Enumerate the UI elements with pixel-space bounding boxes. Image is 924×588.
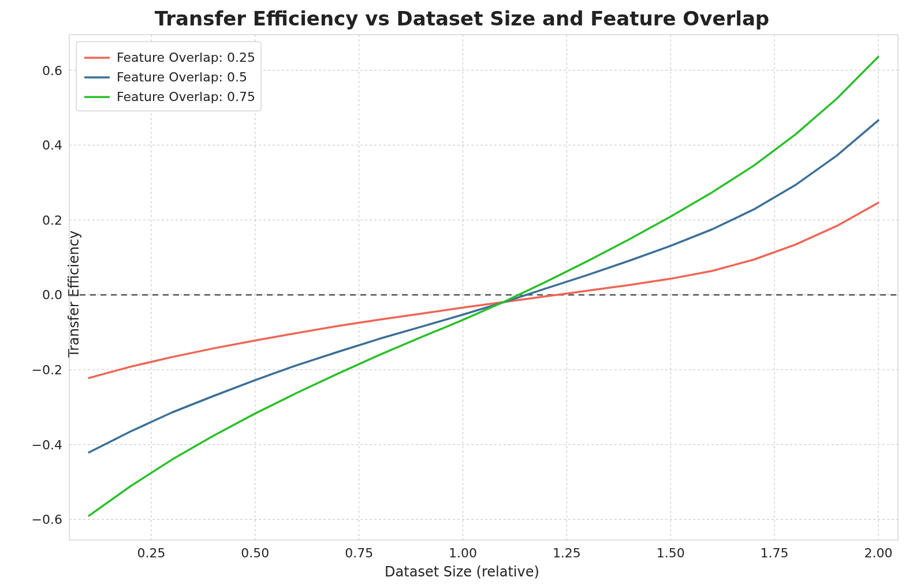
- chart-container: Transfer Efficiency vs Dataset Size and …: [0, 0, 924, 588]
- y-tick-label: 0.6: [42, 64, 62, 78]
- y-tick-label: −0.4: [32, 438, 62, 452]
- x-tick-label: 0.25: [137, 546, 166, 560]
- y-tick-label: −0.2: [32, 363, 62, 377]
- x-tick-label: 1.75: [761, 546, 789, 560]
- x-tick-label: 1.00: [449, 546, 477, 560]
- legend-label: Feature Overlap: 0.5: [117, 70, 247, 84]
- y-tick-label: 0.0: [42, 288, 62, 302]
- series-line: [89, 57, 878, 516]
- y-tick-label: 0.4: [42, 138, 62, 152]
- x-tick-label: 0.75: [345, 546, 373, 560]
- legend-label: Feature Overlap: 0.75: [117, 90, 255, 104]
- series-line: [89, 203, 878, 378]
- x-tick-label: 2.00: [864, 546, 892, 560]
- legend-label: Feature Overlap: 0.25: [117, 50, 255, 65]
- x-tick-label: 1.25: [553, 546, 581, 560]
- series-line: [89, 120, 878, 452]
- x-tick-label: 0.50: [241, 546, 269, 560]
- y-tick-label: −0.6: [32, 512, 62, 527]
- x-tick-label: 1.50: [657, 546, 685, 560]
- y-tick-label: 0.2: [42, 213, 62, 228]
- chart-svg: 0.250.500.751.001.251.501.752.00−0.6−0.4…: [0, 0, 924, 588]
